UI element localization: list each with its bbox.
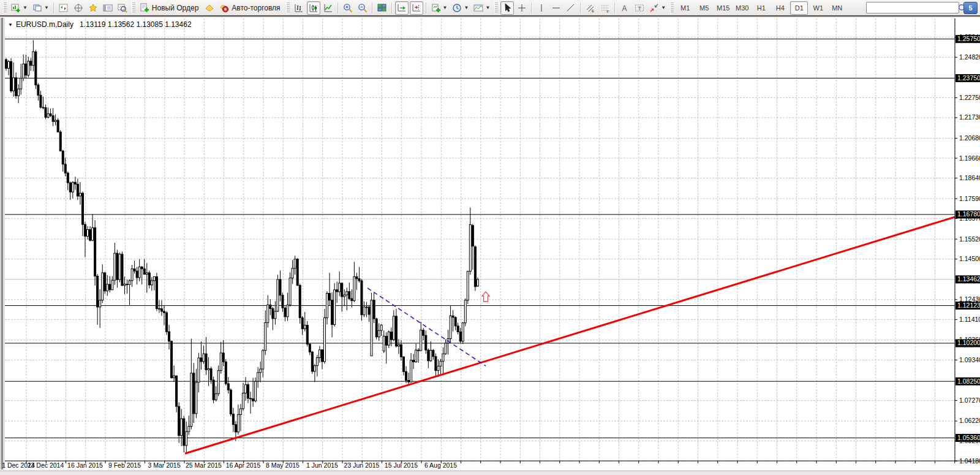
toolbar-grip[interactable] (670, 2, 674, 13)
date-axis-label: 9 Feb 2015 (108, 462, 141, 469)
new-order-button[interactable]: Новый Ордер (138, 1, 202, 15)
bear-candle-body (168, 332, 170, 341)
bear-candle-body (272, 308, 274, 318)
cursor-button[interactable] (500, 1, 514, 15)
timeframe-m5[interactable]: M5 (695, 1, 713, 15)
zoom-in-button[interactable] (341, 1, 355, 15)
text-button[interactable]: A (618, 1, 631, 15)
timeframe-h4[interactable]: H4 (771, 1, 789, 15)
vertical-line-button[interactable] (535, 1, 548, 15)
text-label-button[interactable]: T (633, 1, 646, 15)
timeframe-h1[interactable]: H1 (752, 1, 770, 15)
bull-candle-body (344, 295, 345, 297)
price-axis-label: 1.14500 (959, 255, 980, 262)
data-window-button[interactable] (72, 1, 85, 15)
dropdown-arrow-icon[interactable]: ▼ (464, 5, 469, 10)
date-axis-label: 23 Dec 2014 (28, 462, 64, 469)
bull-candle-body (28, 61, 29, 75)
zoom-out-button[interactable] (356, 1, 369, 15)
chart-ohlc-values: 1.13119 1.13562 1.13085 1.13462 (80, 20, 192, 29)
new-order-icon (140, 3, 149, 13)
timeframe-m30[interactable]: M30 (733, 1, 751, 15)
bear-candle-body (30, 61, 32, 66)
dropdown-arrow-icon[interactable]: ▼ (44, 5, 49, 10)
window-left-edge-shadow (1, 18, 3, 469)
bull-candle-body (260, 369, 262, 373)
price-axis-label: 1.18640 (959, 174, 980, 181)
zoom-in-icon (343, 3, 353, 13)
bull-candle-body (186, 431, 187, 446)
market-watch-button[interactable] (57, 1, 70, 15)
horizontal-line-button[interactable] (549, 1, 563, 15)
bear-candle-body (279, 279, 281, 295)
bull-candle-body (151, 281, 153, 285)
new-chart-button[interactable]: ▼ (9, 1, 29, 15)
toolbar-grip[interactable] (494, 2, 498, 13)
chart-window[interactable]: 1.258401.248201.227501.217301.206801.196… (0, 18, 980, 475)
bull-candle-body (87, 230, 89, 237)
price-chart[interactable]: 1.258401.248201.227501.217301.206801.196… (0, 18, 980, 475)
symbol-marker-icon: ▼ (8, 22, 13, 28)
cursor-tools-group (500, 1, 529, 15)
notifications-badge[interactable]: 5 (963, 2, 978, 14)
bull-candle-body (388, 332, 390, 345)
bear-candle-body (459, 332, 461, 341)
metaeditor-button[interactable] (203, 1, 216, 15)
bull-candle-body (208, 368, 209, 370)
bear-candle-body (270, 305, 271, 308)
bear-candle-body (109, 284, 111, 290)
bear-candle-body (385, 336, 387, 345)
autotrading-button[interactable]: Авто-торговля (217, 1, 283, 15)
price-axis-label: 1.21730 (959, 113, 980, 121)
annotation-tools-group: AT▼ (617, 1, 668, 15)
line-chart-button[interactable] (322, 1, 335, 15)
bull-candle-body (124, 284, 126, 286)
fibonacci-button[interactable]: F (598, 1, 612, 15)
chart-background[interactable] (0, 18, 980, 475)
crosshair-button[interactable] (515, 1, 529, 15)
bear-candle-body (74, 182, 76, 184)
bear-candle-body (425, 335, 427, 350)
indicators-button[interactable]: ▼ (429, 1, 450, 15)
timeframe-d1[interactable]: D1 (790, 1, 808, 15)
toolbar-grip[interactable] (132, 2, 135, 13)
auto-scroll-button[interactable] (395, 1, 409, 15)
bear-candle-body (200, 358, 202, 362)
symbol-search-box[interactable] (866, 2, 959, 13)
dropdown-arrow-icon[interactable]: ▼ (443, 5, 448, 10)
tile-windows-button[interactable] (375, 1, 389, 15)
dropdown-arrow-icon[interactable]: ▼ (23, 5, 28, 10)
periods-button[interactable]: ▼ (450, 1, 470, 15)
bull-candle-body (153, 276, 155, 280)
equidistant-channel-button[interactable]: E (584, 1, 597, 15)
navigator-button[interactable] (86, 1, 100, 15)
timeframe-mn[interactable]: MN (828, 1, 846, 15)
dropdown-arrow-icon[interactable]: ▼ (661, 5, 666, 10)
bull-candle-body (217, 371, 219, 394)
timeframe-m1[interactable]: M1 (676, 1, 694, 15)
zoom-group (341, 1, 370, 15)
price-axis-label: 1.19660 (959, 154, 980, 162)
bull-candle-body (131, 269, 133, 281)
symbol-search-input[interactable] (867, 3, 957, 12)
strategy-tester-button[interactable] (116, 1, 129, 15)
bear-candle-body (67, 173, 69, 183)
bear-candle-body (45, 108, 47, 118)
candlestick-button[interactable] (307, 1, 320, 15)
bull-candle-body (450, 316, 451, 338)
timeframe-m15[interactable]: M15 (714, 1, 732, 15)
chart-shift-button[interactable] (410, 1, 423, 15)
terminal-button[interactable] (101, 1, 115, 15)
arrows-button[interactable]: ▼ (647, 1, 668, 15)
dropdown-arrow-icon[interactable]: ▼ (485, 5, 490, 10)
bar-chart-button[interactable] (292, 1, 306, 15)
toolbar-grip[interactable] (3, 2, 7, 13)
profiles-button[interactable]: ▼ (31, 1, 51, 15)
timeframe-w1[interactable]: W1 (809, 1, 827, 15)
templates-button[interactable]: ▼ (472, 1, 492, 15)
svg-text:E: E (592, 9, 594, 13)
level-price-badge-value: 1.10200 (957, 339, 980, 346)
toolbar-grip[interactable] (286, 2, 290, 13)
bear-candle-body (94, 228, 96, 276)
trendline-button[interactable] (564, 1, 578, 15)
